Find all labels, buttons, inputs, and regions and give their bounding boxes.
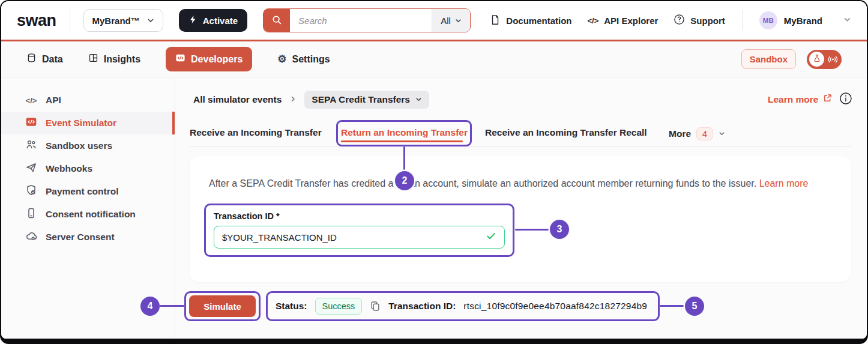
nav-data-label: Data <box>42 54 63 65</box>
sidebar-consent-notification-label: Consent notification <box>46 209 136 220</box>
annotation-step-5: 5 <box>685 297 704 316</box>
activate-button[interactable]: Activate <box>179 9 247 32</box>
learn-more-link[interactable]: Learn more <box>768 94 832 105</box>
nav-settings-label: Settings <box>292 54 330 65</box>
chevron-right-icon <box>289 94 297 105</box>
document-icon <box>490 14 501 27</box>
sidebar-item-api[interactable]: </> API <box>1 89 175 112</box>
topbar-links: Documentation </> API Explorer Support M… <box>490 10 851 31</box>
sidebar-item-event-simulator[interactable]: Event Simulator <box>1 112 175 134</box>
sidebar-item-webhooks[interactable]: Webhooks <box>1 157 175 180</box>
code-icon: </> <box>25 96 37 105</box>
tab-receive-incoming-transfer-recall[interactable]: Receive an Incoming Transfer Recall <box>485 127 647 138</box>
environment-toggle[interactable] <box>807 50 842 69</box>
documentation-label: Documentation <box>506 16 571 26</box>
support-label: Support <box>690 16 725 26</box>
sidebar: </> API Event Simulator Sandbox users We… <box>1 77 175 339</box>
breadcrumb: All simulator events SEPA Credit Transfe… <box>193 91 429 109</box>
annotation-line-step5 <box>660 305 685 307</box>
tab-more-label: More <box>669 128 691 139</box>
chevron-down-icon <box>843 15 851 26</box>
nav-right: Sandbox <box>741 49 842 69</box>
tab-return-incoming-transfer[interactable]: Return an Incoming Transfer <box>341 127 468 138</box>
simulate-button[interactable]: Simulate <box>189 295 256 317</box>
sidebar-webhooks-label: Webhooks <box>46 163 92 174</box>
dev-console-icon <box>175 53 185 65</box>
txid-value: rtsci_10f9c0f9e0ee4b70aaf842c1827294b9 <box>463 301 647 312</box>
sidebar-item-payment-control[interactable]: Payment control <box>1 180 175 203</box>
nav-item-developers[interactable]: Developers <box>166 47 252 71</box>
active-tab-underline <box>341 140 463 142</box>
nav-item-data[interactable]: Data <box>26 53 63 65</box>
event-simulator-icon <box>25 116 37 130</box>
topbar: swan MyBrand™ Activate All Documentation <box>1 1 867 40</box>
sidebar-item-sandbox-users[interactable]: Sandbox users <box>1 134 175 157</box>
swan-logo: swan <box>17 11 56 30</box>
support-link[interactable]: Support <box>674 14 725 27</box>
gear-icon: ⚙ <box>277 54 286 64</box>
description-text: After a SEPA Credit Transfer has credite… <box>209 178 756 189</box>
sidebar-item-server-consent[interactable]: Server Consent <box>1 226 175 249</box>
breadcrumb-root[interactable]: All simulator events <box>193 94 282 105</box>
api-explorer-link[interactable]: </> API Explorer <box>587 16 658 26</box>
org-selector-label: MyBrand™ <box>92 16 140 26</box>
status-badge: Success <box>315 298 363 315</box>
documentation-link[interactable]: Documentation <box>490 14 571 27</box>
copy-icon[interactable] <box>370 301 381 312</box>
org-selector[interactable]: MyBrand™ <box>83 9 163 32</box>
sidebar-item-consent-notification[interactable]: Consent notification <box>1 203 175 226</box>
code-icon: </> <box>587 16 598 25</box>
simulator-description: After a SEPA Credit Transfer has credite… <box>209 178 808 189</box>
search-scope-value: All <box>441 16 451 26</box>
search-input[interactable] <box>290 9 432 32</box>
database-icon <box>26 53 37 65</box>
txid-label: Transaction ID: <box>388 301 456 312</box>
transaction-id-input-wrap <box>214 226 505 249</box>
window-frame: swan MyBrand™ Activate All Documentation <box>1 1 867 339</box>
bolt-icon <box>188 15 197 26</box>
transaction-id-label: Transaction ID * <box>214 211 505 221</box>
activate-label: Activate <box>203 16 238 26</box>
app-window: swan MyBrand™ Activate All Documentation <box>0 0 868 344</box>
shield-check-icon <box>25 184 37 199</box>
sidebar-sandbox-users-label: Sandbox users <box>46 140 112 151</box>
divider <box>70 10 70 31</box>
toggle-knob <box>809 52 824 67</box>
transaction-id-input[interactable] <box>222 232 480 243</box>
sidebar-server-consent-label: Server Consent <box>46 232 115 243</box>
send-icon <box>25 161 37 176</box>
live-broadcast-icon <box>827 55 839 64</box>
tab-receive-incoming-transfer[interactable]: Receive an Incoming Transfer <box>190 127 322 138</box>
simulate-annotation-box: Simulate <box>184 291 261 321</box>
sidebar-payment-control-label: Payment control <box>46 186 118 197</box>
divider <box>742 10 743 31</box>
chevron-down-icon <box>415 94 422 105</box>
chevron-down-icon <box>719 128 725 139</box>
info-icon[interactable] <box>839 92 852 107</box>
avatar: MB <box>759 11 777 29</box>
tab-more[interactable]: More 4 <box>669 127 725 140</box>
account-menu[interactable]: MB MyBrand <box>759 11 851 29</box>
nav-item-settings[interactable]: ⚙ Settings <box>277 54 330 65</box>
status-label: Status: <box>276 301 307 312</box>
description-learn-more-link[interactable]: Learn more <box>759 178 809 189</box>
sidebar-api-label: API <box>46 95 61 106</box>
breadcrumb-current-select[interactable]: SEPA Credit Transfers <box>304 91 429 109</box>
primary-nav: Data Insights Developers ⚙ Settings Sand… <box>1 41 867 77</box>
api-explorer-label: API Explorer <box>604 16 658 26</box>
nav-item-insights[interactable]: Insights <box>88 53 140 65</box>
grid-icon <box>88 53 98 65</box>
chevron-down-icon <box>147 16 154 26</box>
valid-check-icon <box>486 231 496 244</box>
search-button[interactable] <box>264 9 290 32</box>
content-area: </> API Event Simulator Sandbox users We… <box>1 77 867 339</box>
search-scope-select[interactable]: All <box>432 9 470 32</box>
help-icon <box>674 14 685 27</box>
cloud-icon <box>25 230 37 244</box>
external-link-icon <box>823 94 832 105</box>
sandbox-badge: Sandbox <box>741 49 796 69</box>
phone-icon <box>25 207 37 222</box>
chevron-down-icon <box>455 16 462 26</box>
account-name: MyBrand <box>784 16 822 26</box>
learn-more-label: Learn more <box>768 94 818 105</box>
